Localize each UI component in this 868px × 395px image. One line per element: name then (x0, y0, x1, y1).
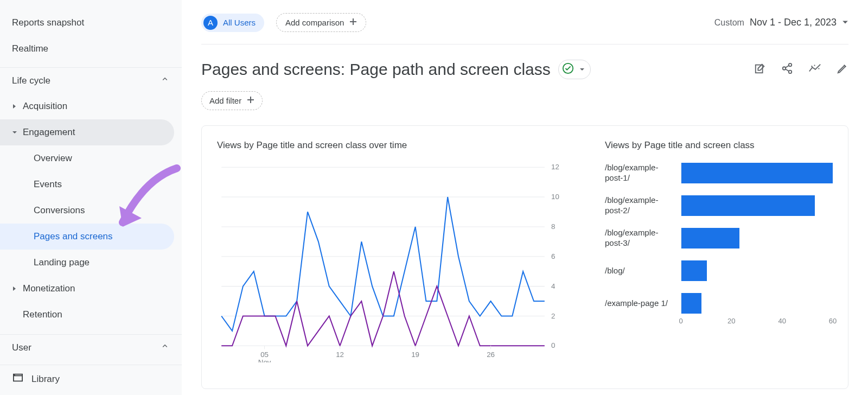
all-users-label: All Users (223, 18, 256, 27)
chevron-up-icon (160, 341, 170, 354)
bar-row[interactable]: /blog/ (605, 260, 833, 281)
sidebar-item-conversions[interactable]: Conversions (0, 197, 174, 224)
section-label: Life cycle (12, 75, 50, 86)
line-chart-title: Views by Page title and screen class ove… (217, 140, 572, 151)
sidebar-label: Engagement (23, 127, 75, 138)
chart-card: Views by Page title and screen class ove… (201, 125, 848, 389)
bar-label: /blog/example-post-2/ (605, 195, 675, 216)
sidebar-item-engagement[interactable]: Engagement (0, 119, 174, 145)
sidebar-label: Realtime (12, 43, 48, 54)
chevron-up-icon (160, 74, 170, 87)
svg-text:12: 12 (551, 163, 559, 171)
line-chart-panel: Views by Page title and screen class ove… (217, 140, 572, 383)
add-filter-button[interactable]: Add filter (201, 91, 263, 110)
bar-axis-tick: 40 (778, 317, 786, 325)
svg-text:26: 26 (487, 351, 495, 359)
sidebar: Reports snapshot Realtime Life cycle Acq… (0, 0, 182, 395)
insights-icon[interactable] (808, 62, 821, 77)
sidebar-item-events[interactable]: Events (0, 171, 174, 197)
main-content: A All Users Add comparison Custom Nov 1 … (182, 0, 868, 395)
svg-text:6: 6 (551, 252, 555, 260)
sidebar-item-reports-snapshot[interactable]: Reports snapshot (0, 10, 182, 36)
caret-down-icon (842, 18, 848, 28)
bar-track (681, 195, 833, 216)
svg-text:8: 8 (551, 222, 555, 231)
line-chart[interactable]: 02468101205121926Nov (217, 163, 572, 362)
bar-label: /blog/example-post-1/ (605, 163, 675, 183)
caret-right-icon (7, 104, 23, 109)
svg-text:05: 05 (260, 351, 269, 359)
section-life-cycle[interactable]: Life cycle (0, 67, 182, 93)
edit-icon[interactable] (837, 62, 848, 77)
sidebar-item-pages-and-screens[interactable]: Pages and screens (0, 224, 174, 250)
status-chip[interactable] (558, 60, 591, 79)
caret-down-icon (7, 130, 23, 135)
svg-text:2: 2 (551, 312, 555, 320)
plus-icon (349, 18, 357, 27)
sidebar-item-realtime[interactable]: Realtime (0, 36, 182, 62)
sidebar-item-overview[interactable]: Overview (0, 145, 174, 171)
bar-label: /example-page 1/ (605, 298, 675, 309)
bar-axis-tick: 0 (679, 317, 682, 325)
bar-chart-panel: Views by Page title and screen class /bl… (605, 140, 833, 383)
bar-row[interactable]: /blog/example-post-3/ (605, 228, 833, 249)
plus-icon (247, 96, 254, 105)
sidebar-label: Retention (23, 309, 62, 320)
caret-right-icon (7, 286, 23, 291)
sidebar-label: Events (34, 179, 62, 190)
bar-label: /blog/ (605, 266, 675, 276)
bar-chart-title: Views by Page title and screen class (605, 140, 833, 151)
library-icon (12, 373, 24, 385)
section-user[interactable]: User (0, 334, 182, 360)
add-comparison-button[interactable]: Add comparison (276, 13, 366, 32)
customize-icon[interactable] (754, 62, 766, 77)
bar-row[interactable]: /blog/example-post-1/ (605, 163, 833, 183)
svg-text:Nov: Nov (258, 358, 271, 362)
sidebar-item-retention[interactable]: Retention (0, 302, 174, 328)
audience-badge-icon: A (203, 16, 218, 30)
sidebar-label: Acquisition (23, 101, 67, 112)
sidebar-label: Overview (34, 153, 72, 164)
comparison-bar: A All Users Add comparison Custom Nov 1 … (201, 13, 848, 44)
bar-label: /blog/example-post-3/ (605, 228, 675, 249)
svg-text:19: 19 (411, 351, 419, 359)
bar-track (681, 293, 833, 314)
sidebar-label: Landing page (34, 257, 90, 268)
page-title: Pages and screens: Page path and screen … (201, 60, 551, 79)
check-circle-icon (562, 62, 574, 77)
section-label: User (12, 342, 31, 353)
date-label: Custom (714, 18, 744, 28)
svg-text:12: 12 (336, 351, 344, 359)
bar-row[interactable]: /example-page 1/ (605, 293, 833, 314)
sidebar-label: Reports snapshot (12, 17, 84, 28)
sidebar-item-library[interactable]: Library (0, 365, 182, 385)
bar-track (681, 260, 833, 281)
sidebar-item-acquisition[interactable]: Acquisition (0, 93, 174, 119)
title-row: Pages and screens: Page path and screen … (201, 60, 848, 79)
sidebar-item-landing-page[interactable]: Landing page (0, 250, 174, 276)
bar-axis-tick: 60 (829, 317, 837, 325)
bar-list: /blog/example-post-1/ /blog/example-post… (605, 163, 833, 314)
caret-down-icon (579, 65, 585, 74)
bar-track (681, 228, 833, 249)
add-filter-label: Add filter (209, 96, 241, 105)
svg-text:4: 4 (551, 282, 555, 290)
sidebar-label: Monetization (23, 283, 75, 294)
sidebar-label: Conversions (34, 205, 85, 216)
sidebar-label: Library (31, 374, 60, 385)
bar-axis: 0204060 (681, 317, 833, 328)
svg-text:10: 10 (551, 193, 559, 201)
date-range-value: Nov 1 - Dec 1, 2023 (750, 17, 837, 28)
action-icons (754, 62, 848, 77)
bar-axis-tick: 20 (727, 317, 735, 325)
share-icon[interactable] (781, 62, 793, 77)
date-range-picker[interactable]: Custom Nov 1 - Dec 1, 2023 (714, 17, 848, 28)
all-users-chip[interactable]: A All Users (201, 14, 264, 32)
bar-row[interactable]: /blog/example-post-2/ (605, 195, 833, 216)
add-comparison-label: Add comparison (285, 18, 344, 27)
bar-track (681, 163, 833, 183)
svg-text:0: 0 (551, 341, 555, 349)
sidebar-item-monetization[interactable]: Monetization (0, 276, 174, 302)
sidebar-label: Pages and screens (34, 231, 113, 242)
